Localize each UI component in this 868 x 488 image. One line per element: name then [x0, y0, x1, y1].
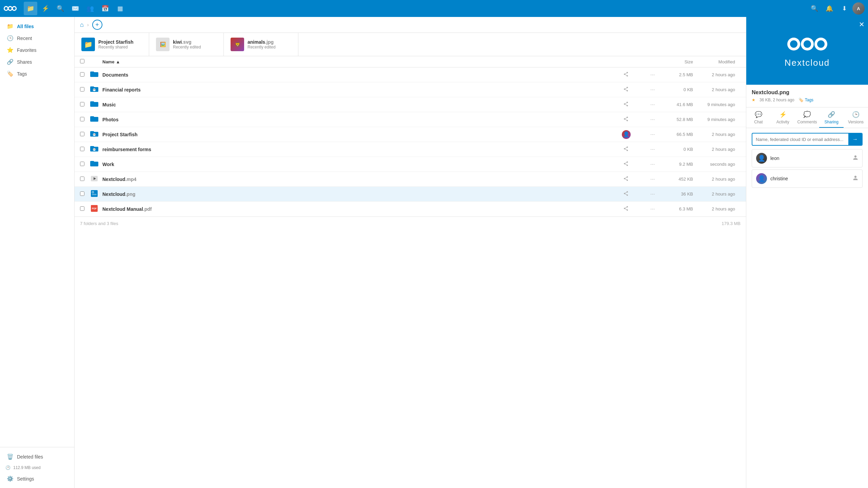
user-avatar[interactable]: A [852, 2, 865, 15]
add-button[interactable]: + [92, 20, 102, 30]
header-name-col[interactable]: Name ▲ [102, 59, 622, 64]
tab-versions[interactable]: 🕒Versions [844, 107, 868, 128]
share-button[interactable] [622, 101, 630, 109]
row-checkbox-wrap[interactable] [80, 87, 90, 93]
share-button[interactable] [622, 205, 630, 214]
file-row[interactable]: reimbursement forms ··· 0 KB 2 hours ago [75, 142, 746, 157]
share-button[interactable] [622, 86, 630, 94]
share-button[interactable] [622, 71, 630, 79]
select-all-checkbox[interactable] [80, 59, 84, 63]
svg-point-26 [627, 120, 628, 121]
row-checkbox-wrap[interactable] [80, 206, 90, 212]
share-user-leon[interactable]: 👤 leon [752, 149, 863, 167]
row-checkbox-wrap[interactable] [80, 132, 90, 137]
row-checkbox[interactable] [80, 206, 84, 211]
row-checkbox[interactable] [80, 117, 84, 121]
sidebar-item-all-files[interactable]: 📁 All files [1, 20, 73, 32]
row-checkbox[interactable] [80, 87, 84, 92]
more-options-button[interactable]: ··· [649, 115, 656, 124]
file-row[interactable]: ooo Nextcloud.png ··· 36 KB 2 hours ago [75, 187, 746, 202]
row-checkbox[interactable] [80, 102, 84, 106]
search-nav-icon[interactable]: 🔍 [54, 2, 67, 15]
download-button[interactable]: ⬇ [837, 2, 851, 15]
row-checkbox[interactable] [80, 72, 84, 77]
files-nav-icon[interactable]: 📁 [24, 2, 37, 15]
recent-name-animals: animals.jpg [248, 39, 276, 45]
more-options-button[interactable]: ··· [649, 130, 656, 139]
close-panel-button[interactable]: ✕ [859, 20, 865, 28]
more-options-button[interactable]: ··· [649, 160, 656, 168]
share-button[interactable] [622, 190, 630, 199]
row-checkbox[interactable] [80, 132, 84, 136]
svg-line-43 [625, 164, 627, 165]
svg-point-58 [627, 194, 628, 196]
file-row[interactable]: Nextcloud.mp4 ··· 452 KB 2 hours ago [75, 172, 746, 187]
row-checkbox[interactable] [80, 177, 84, 181]
file-row[interactable]: Project Starfish 👤 ··· 66.5 MB 2 hours a… [75, 127, 746, 142]
sidebar-item-favorites-label: Favorites [17, 47, 37, 53]
share-submit-button[interactable]: → [848, 134, 862, 145]
share-button[interactable] [622, 116, 630, 124]
row-checkbox[interactable] [80, 191, 84, 196]
file-row[interactable]: Photos ··· 52.8 MB 9 minutes ago [75, 112, 746, 127]
row-checkbox[interactable] [80, 162, 84, 166]
recent-item-project-starfish[interactable]: 📁 Project Starfish Recently shared [75, 33, 149, 56]
sidebar-item-settings[interactable]: ⚙️ Settings [1, 473, 73, 485]
row-checkbox-wrap[interactable] [80, 102, 90, 107]
file-row[interactable]: Documents ··· 2.5 MB 2 hours ago [75, 67, 746, 82]
app-logo[interactable] [3, 2, 17, 15]
more-options-button[interactable]: ··· [649, 190, 656, 198]
tab-activity[interactable]: ⚡Activity [771, 107, 795, 128]
share-button[interactable] [622, 175, 630, 184]
file-row[interactable]: PDF Nextcloud Manual.pdf ··· 6.3 MB 2 ho… [75, 202, 746, 217]
share-user-action-christine[interactable] [853, 175, 858, 182]
svg-line-67 [625, 207, 627, 208]
share-user-christine[interactable]: 👤 christine [752, 169, 863, 188]
svg-line-39 [625, 147, 627, 148]
tab-sharing[interactable]: 🔗Sharing [819, 107, 844, 128]
more-options-button[interactable]: ··· [649, 85, 656, 94]
breadcrumb-home[interactable]: ⌂ [80, 21, 84, 28]
file-row[interactable]: Music ··· 41.6 MB 9 minutes ago [75, 97, 746, 112]
sidebar-item-deleted[interactable]: 🗑️ Deleted files [1, 451, 73, 463]
row-checkbox-wrap[interactable] [80, 117, 90, 122]
more-options-button[interactable]: ··· [649, 205, 656, 213]
recent-name-project-starfish: Project Starfish [98, 39, 133, 45]
contacts-nav-icon[interactable]: 👥 [83, 2, 97, 15]
more-options-button[interactable]: ··· [649, 145, 656, 154]
row-checkbox[interactable] [80, 147, 84, 151]
tab-comments[interactable]: 💭Comments [795, 107, 820, 128]
header-size-col: Size [663, 59, 693, 64]
row-checkbox-wrap[interactable] [80, 177, 90, 182]
recent-item-animals[interactable]: 🦁 animals.jpg Recently edited [224, 33, 298, 56]
tab-chat[interactable]: 💬Chat [746, 107, 771, 128]
share-input[interactable] [752, 134, 848, 145]
favorite-star-icon[interactable]: ★ [752, 98, 755, 102]
sidebar-item-tags[interactable]: 🏷️ Tags [1, 68, 73, 80]
sidebar-item-favorites[interactable]: ⭐ Favorites [1, 44, 73, 56]
notifications-button[interactable]: 🔔 [823, 2, 836, 15]
sidebar-item-recent[interactable]: 🕒 Recent [1, 32, 73, 44]
mail-nav-icon[interactable]: ✉️ [68, 2, 82, 15]
share-button[interactable] [622, 145, 630, 154]
row-checkbox-wrap[interactable] [80, 72, 90, 78]
search-top-button[interactable]: 🔍 [808, 2, 821, 15]
more-options-button[interactable]: ··· [649, 70, 656, 79]
more-options-button[interactable]: ··· [649, 175, 656, 183]
file-row[interactable]: Financial reports ··· 0 KB 2 hours ago [75, 82, 746, 97]
tags-link[interactable]: 🏷️ Tags [798, 98, 813, 102]
more-options-button[interactable]: ··· [649, 100, 656, 109]
sidebar-item-shares[interactable]: 🔗 Shares [1, 56, 73, 68]
grid-nav-icon[interactable]: ▦ [113, 2, 127, 15]
activity-nav-icon[interactable]: ⚡ [39, 2, 52, 15]
row-checkbox-wrap[interactable] [80, 162, 90, 167]
recent-item-kiwi[interactable]: 🖼️ kiwi.svg Recently edited [149, 33, 224, 56]
share-user-action-leon[interactable] [853, 155, 858, 162]
row-checkbox-wrap[interactable] [80, 191, 90, 197]
select-all-checkbox-wrap[interactable] [80, 59, 90, 64]
recent-sub-kiwi: Recently edited [173, 45, 201, 49]
share-button[interactable] [622, 160, 630, 169]
file-row[interactable]: Work ··· 9.2 MB seconds ago [75, 157, 746, 172]
calendar-nav-icon[interactable]: 📅 [98, 2, 112, 15]
row-checkbox-wrap[interactable] [80, 147, 90, 152]
